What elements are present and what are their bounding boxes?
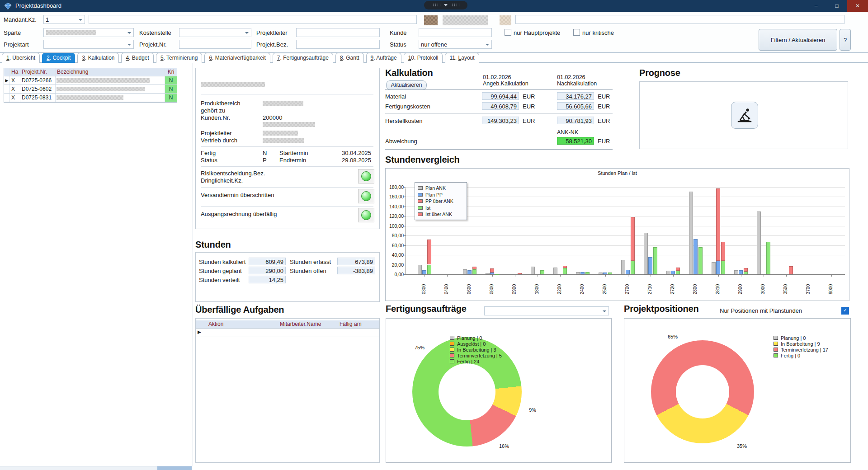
tab-8[interactable]: 8. Gantt	[335, 53, 364, 63]
x-tick	[470, 274, 470, 277]
maximize-button[interactable]: □	[826, 0, 847, 12]
x-tick	[538, 274, 538, 277]
aktualisieren-button[interactable]: Aktualisieren	[386, 80, 427, 90]
stunden-geplant-value: 290,00	[249, 267, 286, 274]
close-button[interactable]: ✕	[847, 0, 868, 12]
nur-kritische-label: nur kritische	[582, 29, 614, 36]
tab-1[interactable]: 1. Übersicht	[2, 53, 40, 63]
endtermin-value: 29.08.2025	[342, 157, 371, 164]
tab-7[interactable]: 7. Fertigungsaufträge	[273, 53, 333, 63]
mandant-label: Mandant.Kz.	[4, 16, 37, 23]
divider	[201, 146, 373, 147]
x-tick	[583, 274, 583, 277]
projektnr-field[interactable]	[179, 40, 251, 49]
kunde-field[interactable]	[419, 28, 492, 37]
donut-legend: Planung | 0Ausgelöst | 0In Bearbeitung |…	[450, 335, 502, 364]
legend-swatch	[450, 342, 454, 346]
stunden-erfasst-label: Stunden erfasst	[290, 258, 331, 265]
nur-kritische-checkbox[interactable]	[573, 29, 580, 36]
kunde-label: Kunde	[390, 29, 407, 36]
header-info-field[interactable]	[515, 15, 844, 24]
tab-label: . Aufträge	[373, 55, 396, 61]
bar-plan-ank	[463, 269, 467, 274]
tab-10[interactable]: 10. Protokoll	[404, 53, 443, 63]
table-row[interactable]: ▶XD0725-0266N	[4, 76, 177, 85]
bar-plan-pp	[648, 257, 652, 274]
fertigungskosten-label: Fertigungskosten	[385, 103, 430, 110]
table-row[interactable]: XD0725-0602N	[4, 85, 177, 94]
x-tick	[764, 274, 764, 277]
minimize-button[interactable]: –	[806, 0, 826, 12]
x-tick	[673, 274, 674, 277]
kunde-name-redacted	[263, 122, 315, 127]
legend-label: Ist über ANK	[425, 212, 452, 217]
mandant-name-field[interactable]	[89, 15, 417, 24]
y-axis-label: 100,00	[387, 223, 404, 229]
projektnr-label: Projekt.Nr.	[139, 41, 167, 48]
x-tick	[786, 274, 787, 277]
scrollbar-thumb[interactable]	[157, 466, 192, 470]
x-axis-label: 0300	[421, 278, 426, 294]
vertrieb-value-redacted	[263, 138, 304, 143]
tab-9[interactable]: 9. Aufträge	[366, 53, 401, 63]
legend-label: Fertig | 0	[781, 353, 800, 358]
legend-label: Planung | 0	[457, 335, 482, 341]
x-tick	[651, 274, 651, 277]
produktbereich-label: Produktbereich	[201, 100, 240, 107]
projektleiter-field[interactable]	[296, 28, 380, 37]
status-select[interactable]: nur offene	[419, 40, 492, 49]
prognose-panel	[639, 81, 848, 149]
material-angeb-value: 99.694,44	[482, 92, 519, 100]
tab-4[interactable]: 4. Budget	[121, 53, 153, 63]
prognose-title: Prognose	[639, 68, 680, 78]
gridline	[406, 255, 845, 255]
under-construction-button[interactable]	[731, 102, 758, 129]
eur-label: EUR	[598, 138, 610, 145]
tab-5[interactable]: 5. Terminierung	[156, 53, 203, 63]
projektbez-field[interactable]	[296, 40, 380, 49]
table-row[interactable]: XD0725-0831N	[4, 94, 177, 102]
legend-label: Ausgelöst | 0	[457, 341, 486, 347]
legend-swatch	[418, 199, 423, 203]
gridline	[406, 245, 845, 246]
nur-hauptprojekte-checkbox[interactable]	[505, 29, 511, 36]
kostenstelle-select[interactable]	[179, 28, 251, 37]
mandant-select[interactable]: 1	[43, 15, 85, 24]
kundennr-label: Kunden.Nr.	[201, 114, 230, 121]
fertigungsauftraege-title: Fertigungsaufträge	[386, 304, 467, 314]
legend-label: In Bearbeitung | 3	[457, 347, 496, 352]
x-axis-label: 2810	[715, 278, 720, 294]
tab-2[interactable]: 2. Cockpit	[42, 53, 75, 63]
tab-label: 2	[47, 55, 50, 61]
bar-plan-pp	[716, 261, 720, 274]
percent-label: 65%	[668, 334, 678, 339]
legend-item: Ist	[418, 205, 463, 212]
filtern-aktualisieren-button[interactable]: Filtern / Aktualisieren	[759, 29, 837, 51]
bar-ist	[676, 271, 680, 274]
projektart-select[interactable]	[43, 40, 134, 49]
x-axis-label: 2800	[693, 278, 698, 294]
taskbar-pill[interactable]	[424, 1, 467, 9]
donut-hole	[676, 365, 729, 418]
info-subtitle-redacted	[201, 82, 265, 87]
bar-plan-ank	[689, 192, 693, 274]
ank-nk-label: ANK-NK	[557, 129, 578, 136]
fertigungskosten-nachkalk-value: 56.605,66	[557, 102, 594, 110]
y-axis-label: 140,00	[387, 204, 404, 209]
legend-label: Plan PP	[425, 192, 443, 197]
endtermin-label: Endtermin	[279, 157, 306, 164]
help-button[interactable]: ?	[840, 29, 851, 51]
legend-swatch	[418, 193, 423, 197]
stundenvergleich-title: Stundenvergleich	[385, 155, 460, 165]
x-tick	[605, 274, 606, 277]
bar-ist-ueber-ank	[789, 266, 793, 274]
tab-11[interactable]: 11. Layout	[445, 53, 479, 63]
tab-6[interactable]: 6. Materialverfügbarkeit	[204, 53, 270, 63]
bar-ist-ueber-ank	[631, 217, 635, 261]
tab-label: 8	[340, 55, 343, 61]
tab-3[interactable]: 3. Kalkulation	[77, 53, 119, 63]
info-projektleiter-label: Projektleiter	[201, 130, 232, 136]
fertigungsauftraege-select[interactable]	[484, 306, 609, 315]
x-tick	[741, 274, 741, 277]
planstunden-checkbox[interactable]: ✓	[841, 307, 849, 315]
